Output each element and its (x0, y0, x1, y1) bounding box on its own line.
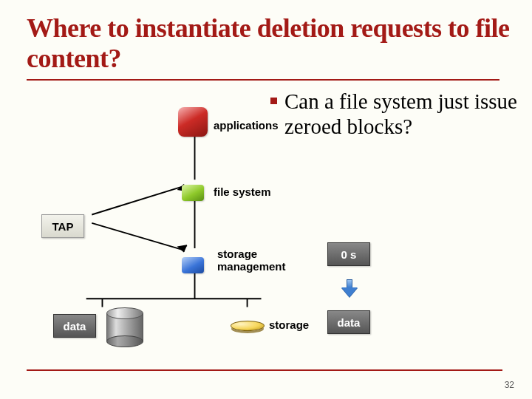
file-system-label: file system (214, 186, 271, 199)
applications-node (178, 107, 208, 137)
down-arrow-icon (341, 279, 358, 297)
bullet-text: Can a file system just issue zeroed bloc… (284, 89, 529, 139)
bullet-item: Can a file system just issue zeroed bloc… (270, 89, 529, 139)
content-area: Can a file system just issue zeroed bloc… (27, 89, 510, 355)
applications-label: applications (214, 120, 279, 132)
zeros-box: 0 s (327, 242, 370, 266)
slide-title: Where to instantiate deletion requests t… (27, 13, 511, 75)
file-system-node (182, 185, 204, 201)
bullet-square-icon (270, 98, 277, 104)
cylinder-left-icon (106, 307, 143, 347)
storage-management-node (182, 257, 204, 273)
tap-box: TAP (41, 214, 84, 238)
storage-management-label: storage management (217, 248, 286, 273)
disk-platter-icon (231, 321, 265, 331)
data-left-box: data (53, 314, 96, 338)
storage-label: storage (269, 319, 309, 332)
footer-divider (27, 369, 502, 371)
svg-line-7 (92, 223, 182, 250)
title-divider (27, 79, 499, 81)
page-number: 32 (505, 380, 514, 390)
svg-line-6 (92, 187, 182, 215)
data-right-box: data (327, 310, 370, 334)
